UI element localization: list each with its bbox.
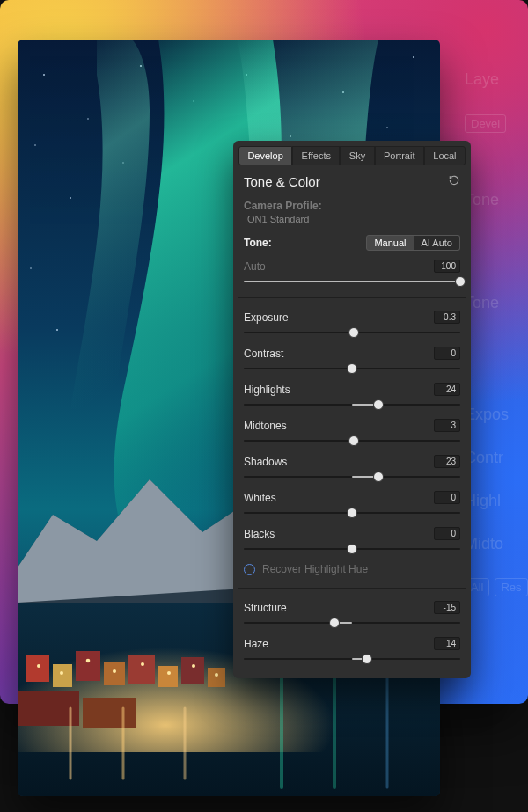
- contrast-knob[interactable]: [347, 363, 357, 374]
- contrast-slider[interactable]: Contrast0: [233, 341, 471, 377]
- haze-track[interactable]: [244, 652, 460, 666]
- whites-track[interactable]: [244, 506, 460, 520]
- camera-profile-value[interactable]: ON1 Standard: [244, 212, 460, 233]
- reset-icon[interactable]: [448, 174, 460, 189]
- svg-point-1: [43, 74, 45, 76]
- svg-point-30: [113, 669, 116, 673]
- svg-rect-21: [128, 655, 155, 684]
- svg-rect-17: [26, 655, 49, 682]
- contrast-track[interactable]: [244, 362, 460, 376]
- svg-rect-20: [104, 662, 125, 685]
- ghost-develop-btn: Devel: [465, 114, 506, 133]
- tab-sky[interactable]: Sky: [340, 146, 374, 165]
- recover-highlight-hue-checkbox[interactable]: Recover Highlight Hue: [233, 558, 471, 581]
- tone-section-label: Tone:: [244, 237, 272, 249]
- tone-mode-manual[interactable]: Manual: [366, 235, 414, 251]
- svg-point-9: [70, 197, 71, 199]
- svg-rect-23: [181, 657, 204, 684]
- blacks-label: Blacks: [244, 528, 275, 540]
- highlights-value[interactable]: 24: [434, 383, 460, 396]
- ghost-exposure-label: Expos: [465, 406, 528, 424]
- highlights-label: Highlights: [244, 384, 290, 396]
- blacks-track[interactable]: [244, 542, 460, 556]
- svg-rect-22: [158, 666, 178, 687]
- shadows-label: Shadows: [244, 456, 287, 468]
- svg-point-10: [30, 267, 32, 269]
- tab-local[interactable]: Local: [424, 146, 466, 165]
- exposure-knob[interactable]: [348, 327, 359, 338]
- midtones-knob[interactable]: [348, 435, 359, 446]
- blacks-knob[interactable]: [347, 544, 357, 554]
- haze-slider[interactable]: Haze14: [233, 632, 471, 668]
- svg-point-31: [141, 662, 144, 666]
- auto-value[interactable]: 100: [434, 260, 460, 273]
- shadows-value[interactable]: 23: [434, 455, 460, 468]
- exposure-track[interactable]: [244, 326, 460, 340]
- svg-point-27: [37, 664, 40, 668]
- svg-point-12: [413, 56, 414, 58]
- panel-tabs: Develop Effects Sky Portrait Local: [233, 141, 471, 171]
- tab-portrait[interactable]: Portrait: [375, 146, 424, 165]
- tab-develop[interactable]: Develop: [238, 146, 292, 165]
- ghost-contrast-label: Contr: [465, 449, 528, 467]
- midtones-track[interactable]: [244, 434, 460, 448]
- camera-profile-label: Camera Profile:: [244, 200, 460, 212]
- whites-value[interactable]: 0: [434, 491, 460, 504]
- highlights-track[interactable]: [244, 398, 460, 412]
- blacks-slider[interactable]: Blacks0: [233, 522, 471, 558]
- haze-label: Haze: [244, 638, 268, 650]
- structure-track[interactable]: [244, 616, 460, 630]
- recover-highlight-hue-label: Recover Highlight Hue: [262, 563, 368, 575]
- ghost-panel: Laye Devel Tone Tone Expos Contr Highl M…: [465, 53, 528, 686]
- auto-track[interactable]: [244, 274, 460, 289]
- contrast-value[interactable]: 0: [434, 347, 460, 360]
- develop-panel: Develop Effects Sky Portrait Local Tone …: [233, 141, 471, 678]
- whites-slider[interactable]: Whites0: [233, 486, 471, 522]
- ghost-midtones-label: Midto: [465, 535, 528, 553]
- svg-rect-18: [53, 664, 72, 687]
- exposure-label: Exposure: [244, 311, 289, 324]
- highlights-slider[interactable]: Highlights24: [233, 377, 471, 413]
- structure-slider[interactable]: Structure-15: [233, 596, 471, 632]
- svg-point-34: [215, 673, 218, 677]
- svg-point-11: [56, 329, 58, 331]
- svg-point-14: [34, 144, 36, 146]
- shadows-knob[interactable]: [373, 472, 384, 482]
- tone-mode-ai-auto[interactable]: AI Auto: [414, 235, 460, 251]
- tone-mode-segment: Manual AI Auto: [366, 235, 460, 251]
- contrast-label: Contrast: [244, 347, 283, 360]
- structure-label: Structure: [244, 602, 287, 614]
- whites-knob[interactable]: [347, 508, 357, 518]
- blacks-value[interactable]: 0: [434, 527, 460, 540]
- haze-value[interactable]: 14: [434, 637, 460, 650]
- shadows-slider[interactable]: Shadows23: [233, 450, 471, 486]
- ghost-tone-title: Tone: [465, 191, 528, 209]
- highlights-knob[interactable]: [373, 399, 384, 410]
- whites-label: Whites: [244, 492, 276, 504]
- svg-point-33: [192, 664, 195, 668]
- shadows-track[interactable]: [244, 470, 460, 484]
- tab-effects[interactable]: Effects: [292, 146, 340, 165]
- ghost-reset-btn: Res: [495, 578, 527, 596]
- auto-knob[interactable]: [455, 276, 466, 287]
- ghost-layer-label: Laye: [465, 70, 528, 89]
- midtones-value[interactable]: 3: [434, 419, 460, 432]
- structure-knob[interactable]: [329, 618, 340, 628]
- auto-slider[interactable]: Auto100: [233, 254, 471, 290]
- svg-point-8: [386, 127, 388, 128]
- exposure-slider[interactable]: Exposure0.3: [233, 305, 471, 341]
- divider: [238, 588, 466, 589]
- radio-outline-icon: [244, 564, 255, 575]
- auto-label: Auto: [244, 260, 266, 273]
- midtones-label: Midtones: [244, 420, 287, 432]
- ghost-tone-label: Tone: [465, 294, 528, 312]
- svg-rect-19: [76, 651, 100, 681]
- midtones-slider[interactable]: Midtones3: [233, 413, 471, 450]
- svg-rect-24: [208, 668, 225, 687]
- exposure-value[interactable]: 0.3: [434, 311, 460, 324]
- structure-value[interactable]: -15: [434, 601, 460, 614]
- divider: [238, 297, 466, 298]
- haze-knob[interactable]: [362, 654, 372, 664]
- svg-point-32: [167, 671, 171, 675]
- ghost-highlights-label: Highl: [465, 492, 528, 510]
